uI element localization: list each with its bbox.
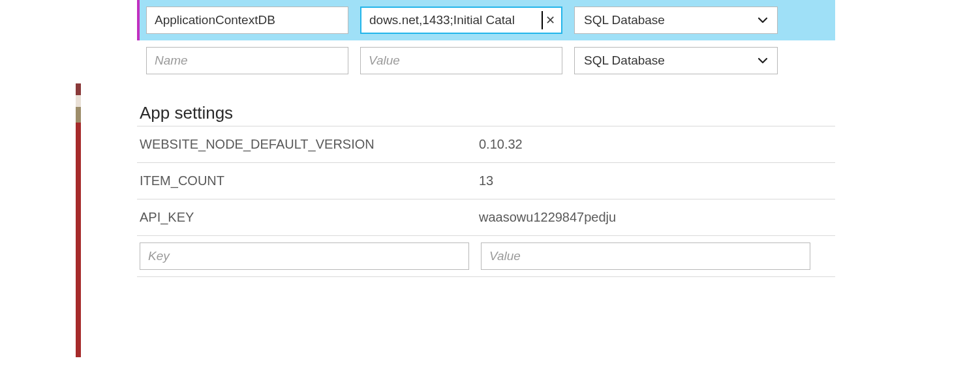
connection-name-input[interactable] (146, 7, 348, 34)
connection-value-wrap: ✕ (360, 7, 562, 34)
connection-type-dropdown[interactable]: SQL Database (574, 7, 778, 34)
connection-string-row: ✕ SQL Database (137, 0, 835, 40)
connection-name-input[interactable] (146, 47, 348, 74)
app-settings-heading: App settings (137, 103, 835, 123)
app-setting-row[interactable]: ITEM_COUNT 13 (137, 162, 835, 199)
connection-type-dropdown[interactable]: SQL Database (574, 47, 778, 74)
app-setting-value: waasowu1229847pedju (479, 210, 818, 225)
app-settings-table: WEBSITE_NODE_DEFAULT_VERSION 0.10.32 ITE… (137, 126, 835, 277)
new-app-setting-value-input[interactable] (481, 242, 810, 270)
connection-value-input[interactable] (360, 7, 562, 34)
bar-seg-1 (76, 83, 81, 95)
bar-seg-2 (76, 95, 81, 107)
app-setting-value: 0.10.32 (479, 137, 818, 152)
connection-value-input[interactable] (360, 47, 562, 74)
app-setting-key: API_KEY (140, 210, 479, 225)
bar-seg-3 (76, 107, 81, 123)
app-setting-key: WEBSITE_NODE_DEFAULT_VERSION (140, 137, 479, 152)
app-setting-new-row (137, 235, 835, 277)
chevron-down-icon (755, 7, 771, 33)
connection-type-label: SQL Database (584, 13, 665, 27)
app-setting-row[interactable]: WEBSITE_NODE_DEFAULT_VERSION 0.10.32 (137, 126, 835, 162)
clear-value-icon[interactable]: ✕ (543, 7, 557, 34)
bar-seg-4 (76, 123, 81, 357)
app-setting-value: 13 (479, 173, 818, 188)
connection-type-label: SQL Database (584, 53, 665, 68)
app-setting-row[interactable]: API_KEY waasowu1229847pedju (137, 199, 835, 235)
new-app-setting-key-input[interactable] (140, 242, 469, 270)
connection-value-wrap (360, 47, 562, 74)
chevron-down-icon (755, 48, 771, 74)
connection-string-row: SQL Database (137, 40, 835, 81)
left-color-bar (76, 83, 81, 357)
app-setting-key: ITEM_COUNT (140, 173, 479, 188)
